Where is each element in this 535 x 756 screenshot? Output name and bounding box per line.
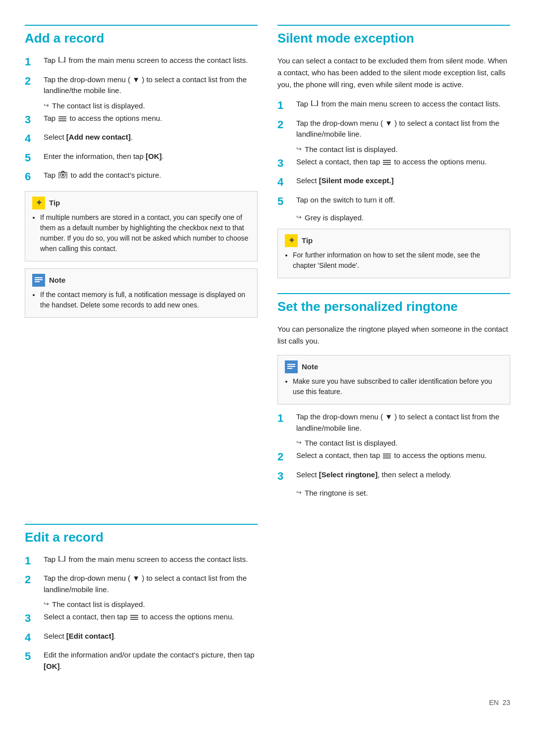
edit-step-5: 5 Edit the information and/or update the… [25,650,258,672]
svg-rect-1 [58,62,65,65]
ringtone-step-1: 1 Tap the drop-down menu ( ▼ ) to select… [277,411,510,434]
ringtone-intro: You can personalize the ringtone played … [277,323,510,347]
add-record-tip: ✦ Tip If multiple numbers are stored in … [25,191,258,261]
add-step-1: 1 Tap from the main menu screen to acces… [25,55,258,69]
edit-record-steps: 1 Tap from the main menu screen to acces… [25,554,258,672]
silent-step-3: 3 Select a contact, then tap to access t… [277,156,510,171]
svg-rect-13 [59,556,64,561]
ringtone-step-3: 3 Select [Select ringtone], then select … [277,469,510,484]
edit-step-4: 4 Select [Edit contact]. [25,631,258,645]
add-record-section: Add a record 1 Tap from the main menu sc… [25,15,258,514]
silent-mode-tip: ✦ Tip For further information on how to … [277,229,510,278]
edit-step-3: 3 Select a contact, then tap to access t… [25,611,258,626]
add-step-6: 6 Tap to add the contact's picture. [25,170,258,184]
note-lines-icon [32,274,45,287]
page-lang: EN [489,699,498,706]
page-footer: EN 23 [25,689,510,706]
ringtone-title: Set the personalized ringtone [277,293,510,314]
page-number: 23 [502,699,510,706]
silent-step-5-result: ↪ Grey is displayed. [296,213,510,222]
edit-step-2-result: ↪ The contact list is displayed. [44,600,258,608]
silent-step-5: 5 Tap on the switch to turn it off. [277,195,510,209]
svg-rect-0 [59,57,64,62]
svg-rect-10 [287,364,295,365]
note-lines-icon-2 [285,360,298,373]
svg-rect-6 [35,279,43,280]
tip-star-icon-2: ✦ [285,234,298,247]
ringtone-steps: 1 Tap the drop-down menu ( ▼ ) to select… [277,411,510,497]
ringtone-note: Note Make sure you have subscribed to ca… [277,355,510,404]
svg-rect-12 [287,368,292,369]
silent-mode-steps: 1 Tap from the main menu screen to acces… [277,99,510,222]
edit-record-title: Edit a record [25,524,258,545]
add-record-steps: 1 Tap from the main menu screen to acces… [25,55,258,184]
silent-mode-intro: You can select a contact to be excluded … [277,55,510,91]
add-step-4: 4 Select [Add new contact]. [25,132,258,146]
edit-step-1: 1 Tap from the main menu screen to acces… [25,554,258,568]
edit-step-2: 2 Tap the drop-down menu ( ▼ ) to select… [25,573,258,595]
svg-rect-8 [312,101,317,105]
add-record-note: Note If the contact memory is full, a no… [25,268,258,318]
ringtone-step-3-result: ↪ The ringtone is set. [296,489,510,497]
tip-star-icon: ✦ [32,197,45,209]
ringtone-section: Set the personalized ringtone You can pe… [277,293,510,497]
svg-rect-7 [35,281,40,282]
add-step-2: 2 Tap the drop-down menu ( ▼ ) to select… [25,74,258,97]
photo-icon-inline [58,170,67,182]
edit-record-section: Edit a record 1 Tap from the main menu s… [25,514,258,689]
silent-step-2: 2 Tap the drop-down menu ( ▼ ) to select… [277,118,510,140]
silent-step-4: 4 Select [Silent mode except.] [277,175,510,190]
svg-point-3 [62,174,64,176]
ringtone-step-1-result: ↪ The contact list is displayed. [296,439,510,447]
add-record-title: Add a record [25,25,258,46]
svg-rect-5 [35,277,43,278]
svg-rect-9 [311,106,318,108]
svg-rect-11 [287,366,295,367]
menu-icon-inline [58,116,66,122]
svg-rect-14 [58,561,65,564]
silent-step-2-result: ↪ The contact list is displayed. [296,145,510,153]
contact-icon [58,57,65,65]
silent-step-1: 1 Tap from the main menu screen to acces… [277,99,510,113]
add-step-3: 3 Tap to access the options menu. [25,113,258,127]
add-step-5: 5 Enter the information, then tap [OK]. [25,151,258,165]
add-step-2-result: ↪ The contact list is displayed. [44,101,258,110]
silent-mode-title: Silent mode exception [277,25,510,46]
silent-mode-section: Silent mode exception You can select a c… [277,15,510,514]
ringtone-step-2: 2 Select a contact, then tap to access t… [277,450,510,464]
